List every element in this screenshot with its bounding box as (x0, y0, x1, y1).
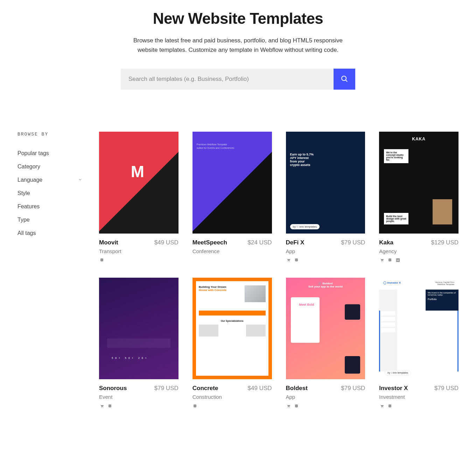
ui-icon: Ui (395, 258, 400, 263)
sidebar-item-label: Type (18, 217, 30, 223)
stack-icon (99, 258, 104, 263)
template-badges (99, 258, 178, 263)
stack-icon (387, 258, 392, 263)
template-thumbnail[interactable] (99, 132, 178, 233)
template-title: DeFi X (286, 239, 304, 246)
svg-text:Ui: Ui (397, 259, 399, 262)
svg-point-0 (342, 76, 346, 81)
cart-icon (379, 258, 384, 263)
template-card[interactable]: KAKAWe're the concept studio you're look… (379, 132, 458, 263)
template-price: $79 USD (434, 385, 458, 392)
cart-icon (379, 403, 384, 409)
stack-icon (387, 403, 392, 409)
template-title: Moovit (99, 239, 121, 246)
template-card[interactable]: MoovitTransport$49 USD (99, 132, 178, 263)
sidebar-item-label: Category (18, 164, 40, 170)
sidebar-item-type[interactable]: Type (18, 213, 82, 227)
template-title: Kaka (379, 239, 397, 246)
svg-point-6 (381, 261, 382, 262)
template-thumbnail[interactable]: KAKAWe're the concept studio you're look… (379, 132, 458, 233)
sidebar-heading: BROWSE BY (18, 132, 82, 137)
stack-icon (107, 403, 112, 409)
template-category: Conference (192, 248, 227, 254)
svg-point-19 (383, 407, 383, 408)
template-badges (379, 403, 458, 409)
cart-icon (286, 403, 291, 409)
template-price: $49 USD (154, 239, 178, 246)
sidebar-item-label: All tags (18, 230, 36, 236)
template-category: Event (99, 394, 127, 400)
sidebar-item-language[interactable]: Language (18, 173, 82, 187)
sidebar-item-all-tags[interactable]: All tags (18, 227, 82, 240)
svg-point-15 (288, 407, 288, 408)
template-badges (286, 403, 365, 409)
sidebar-item-label: Style (18, 190, 30, 196)
sidebar-item-style[interactable]: Style (18, 187, 82, 200)
template-category: Construction (192, 394, 222, 400)
page-subtitle: Browse the latest free and paid business… (126, 36, 350, 55)
template-thumbnail[interactable] (192, 132, 272, 233)
template-thumbnail[interactable]: 50+ 50+ 20+ (99, 278, 178, 379)
template-card[interactable]: MeetSpeechConference$24 USD (192, 132, 272, 263)
sidebar: BROWSE BY Popular tagsCategoryLanguageSt… (18, 132, 82, 240)
template-card[interactable]: Earn up to 5.7% APY interest from your c… (286, 132, 365, 263)
template-price: $129 USD (431, 239, 458, 246)
template-thumbnail[interactable]: Building Your DreamHouse with ConcreteOu… (192, 278, 272, 379)
stack-icon (294, 403, 299, 409)
svg-point-12 (102, 407, 103, 408)
template-title: MeetSpeech (192, 239, 227, 246)
svg-point-11 (101, 407, 102, 408)
sidebar-item-label: Language (18, 177, 42, 183)
template-badges: Ui (379, 258, 458, 263)
template-title: Sonorous (99, 385, 127, 392)
template-grid: MoovitTransport$49 USDMeetSpeechConferen… (99, 132, 458, 409)
template-badges (286, 258, 365, 263)
page-title: New Website Templates (0, 10, 476, 27)
stack-icon (192, 403, 198, 409)
template-title: Investor X (379, 385, 408, 392)
search-icon (341, 75, 348, 84)
cart-icon (286, 258, 291, 263)
template-price: $79 USD (154, 385, 178, 392)
template-thumbnail[interactable]: ◯ Investor XVenture Capital Firm Webflow… (379, 278, 458, 379)
svg-point-7 (383, 261, 383, 262)
template-price: $79 USD (341, 385, 365, 392)
search-button[interactable] (334, 69, 355, 90)
template-category: App (286, 394, 308, 400)
template-price: $79 USD (341, 239, 365, 246)
template-price: $24 USD (248, 239, 272, 246)
template-badges (99, 403, 178, 409)
template-thumbnail[interactable]: 🛒 BoldestSell your app to the worldMeet … (286, 278, 365, 379)
template-card[interactable]: 50+ 50+ 20+SonorousEvent$79 USD (99, 278, 178, 409)
template-badges (192, 403, 272, 409)
svg-point-18 (381, 407, 382, 408)
template-card[interactable]: ◯ Investor XVenture Capital Firm Webflow… (379, 278, 458, 409)
sidebar-item-popular-tags[interactable]: Popular tags (18, 147, 82, 160)
sidebar-item-features[interactable]: Features (18, 200, 82, 213)
template-price: $49 USD (248, 385, 272, 392)
svg-point-4 (289, 261, 290, 262)
cart-icon (99, 403, 104, 409)
template-thumbnail[interactable]: Earn up to 5.7% APY interest from your c… (286, 132, 365, 233)
sidebar-item-category[interactable]: Category (18, 160, 82, 173)
template-category: Investment (379, 394, 408, 400)
template-category: Agency (379, 248, 397, 254)
template-card[interactable]: Building Your DreamHouse with ConcreteOu… (192, 278, 272, 409)
chevron-down-icon (78, 177, 82, 183)
stack-icon (294, 258, 299, 263)
svg-line-1 (345, 80, 347, 82)
sidebar-item-label: Features (18, 203, 40, 210)
template-category: App (286, 248, 304, 254)
svg-point-3 (288, 261, 288, 262)
template-card[interactable]: 🛒 BoldestSell your app to the worldMeet … (286, 278, 365, 409)
svg-point-16 (289, 407, 290, 408)
search-input[interactable] (121, 69, 334, 90)
template-category: Transport (99, 248, 121, 254)
template-title: Concrete (192, 385, 222, 392)
template-title: Boldest (286, 385, 308, 392)
sidebar-item-label: Popular tags (18, 150, 49, 157)
